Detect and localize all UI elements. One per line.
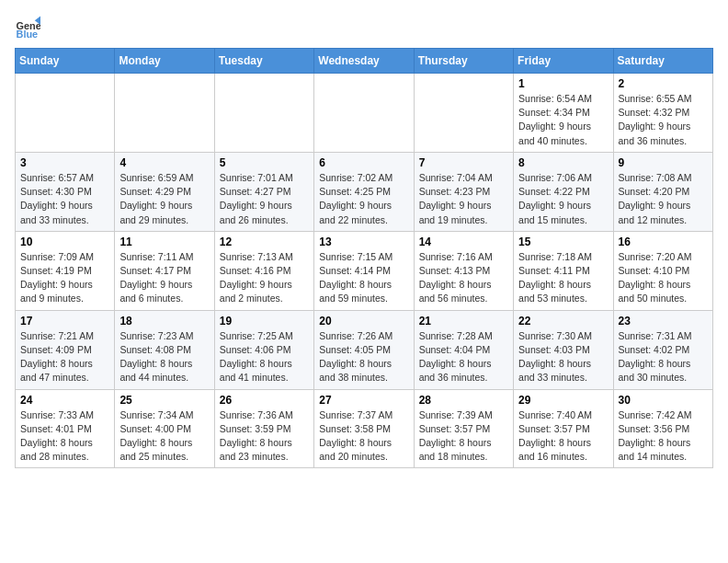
calendar-cell: 21Sunrise: 7:28 AM Sunset: 4:04 PM Dayli… bbox=[414, 310, 513, 389]
calendar-week-row: 24Sunrise: 7:33 AM Sunset: 4:01 PM Dayli… bbox=[16, 389, 713, 468]
day-info: Sunrise: 7:16 AM Sunset: 4:13 PM Dayligh… bbox=[419, 250, 508, 306]
calendar-cell: 10Sunrise: 7:09 AM Sunset: 4:19 PM Dayli… bbox=[16, 231, 115, 310]
day-info: Sunrise: 7:37 AM Sunset: 3:58 PM Dayligh… bbox=[319, 408, 408, 465]
day-info: Sunrise: 7:42 AM Sunset: 3:56 PM Dayligh… bbox=[619, 408, 708, 465]
calendar-cell: 25Sunrise: 7:34 AM Sunset: 4:00 PM Dayli… bbox=[115, 389, 214, 468]
calendar-header-row: SundayMondayTuesdayWednesdayThursdayFrid… bbox=[16, 49, 713, 74]
day-info: Sunrise: 7:15 AM Sunset: 4:14 PM Dayligh… bbox=[319, 250, 408, 306]
calendar-day-header: Wednesday bbox=[314, 49, 414, 74]
day-number: 15 bbox=[518, 236, 608, 248]
day-info: Sunrise: 7:02 AM Sunset: 4:25 PM Dayligh… bbox=[319, 171, 408, 227]
page-header: General Blue bbox=[15, 15, 713, 40]
logo: General Blue bbox=[15, 15, 44, 40]
calendar-day-header: Saturday bbox=[613, 49, 712, 74]
day-number: 28 bbox=[419, 394, 508, 407]
calendar-cell: 7Sunrise: 7:04 AM Sunset: 4:23 PM Daylig… bbox=[414, 152, 513, 231]
day-number: 20 bbox=[319, 315, 408, 327]
calendar-cell: 18Sunrise: 7:23 AM Sunset: 4:08 PM Dayli… bbox=[115, 310, 214, 389]
day-info: Sunrise: 7:20 AM Sunset: 4:10 PM Dayligh… bbox=[619, 250, 708, 306]
day-number: 10 bbox=[20, 236, 109, 248]
calendar-week-row: 10Sunrise: 7:09 AM Sunset: 4:19 PM Dayli… bbox=[16, 231, 713, 310]
day-info: Sunrise: 7:25 AM Sunset: 4:06 PM Dayligh… bbox=[220, 329, 309, 385]
day-info: Sunrise: 7:21 AM Sunset: 4:09 PM Dayligh… bbox=[20, 329, 109, 385]
day-number: 13 bbox=[319, 236, 408, 248]
calendar-cell: 11Sunrise: 7:11 AM Sunset: 4:17 PM Dayli… bbox=[115, 231, 214, 310]
day-info: Sunrise: 7:13 AM Sunset: 4:16 PM Dayligh… bbox=[220, 250, 309, 306]
day-info: Sunrise: 7:04 AM Sunset: 4:23 PM Dayligh… bbox=[419, 171, 508, 227]
day-info: Sunrise: 7:40 AM Sunset: 3:57 PM Dayligh… bbox=[518, 408, 608, 465]
day-number: 26 bbox=[220, 394, 309, 407]
calendar-cell: 14Sunrise: 7:16 AM Sunset: 4:13 PM Dayli… bbox=[414, 231, 513, 310]
day-number: 8 bbox=[518, 156, 608, 169]
calendar-cell bbox=[214, 74, 313, 153]
day-number: 5 bbox=[220, 156, 309, 169]
day-info: Sunrise: 7:01 AM Sunset: 4:27 PM Dayligh… bbox=[220, 171, 309, 227]
calendar-cell: 13Sunrise: 7:15 AM Sunset: 4:14 PM Dayli… bbox=[314, 231, 414, 310]
day-number: 6 bbox=[319, 156, 408, 169]
day-number: 22 bbox=[518, 315, 608, 327]
day-info: Sunrise: 6:57 AM Sunset: 4:30 PM Dayligh… bbox=[20, 171, 109, 227]
day-number: 17 bbox=[20, 315, 109, 327]
calendar-week-row: 17Sunrise: 7:21 AM Sunset: 4:09 PM Dayli… bbox=[16, 310, 713, 389]
day-number: 29 bbox=[518, 394, 608, 407]
calendar-cell bbox=[414, 74, 513, 153]
calendar-week-row: 1Sunrise: 6:54 AM Sunset: 4:34 PM Daylig… bbox=[16, 74, 713, 153]
day-info: Sunrise: 7:33 AM Sunset: 4:01 PM Dayligh… bbox=[20, 408, 109, 465]
calendar-day-header: Sunday bbox=[16, 49, 115, 74]
calendar-cell: 30Sunrise: 7:42 AM Sunset: 3:56 PM Dayli… bbox=[613, 389, 712, 468]
calendar-cell: 20Sunrise: 7:26 AM Sunset: 4:05 PM Dayli… bbox=[314, 310, 414, 389]
day-info: Sunrise: 7:39 AM Sunset: 3:57 PM Dayligh… bbox=[419, 408, 508, 465]
day-info: Sunrise: 7:06 AM Sunset: 4:22 PM Dayligh… bbox=[518, 171, 608, 227]
day-number: 1 bbox=[518, 77, 608, 90]
day-info: Sunrise: 7:18 AM Sunset: 4:11 PM Dayligh… bbox=[518, 250, 608, 306]
day-info: Sunrise: 7:36 AM Sunset: 3:59 PM Dayligh… bbox=[220, 408, 309, 465]
day-number: 19 bbox=[220, 315, 309, 327]
calendar-day-header: Tuesday bbox=[214, 49, 313, 74]
day-number: 7 bbox=[419, 156, 508, 169]
calendar-day-header: Monday bbox=[115, 49, 214, 74]
day-number: 21 bbox=[419, 315, 508, 327]
calendar-cell: 28Sunrise: 7:39 AM Sunset: 3:57 PM Dayli… bbox=[414, 389, 513, 468]
day-number: 23 bbox=[619, 315, 708, 327]
calendar-table: SundayMondayTuesdayWednesdayThursdayFrid… bbox=[15, 48, 713, 468]
day-number: 12 bbox=[220, 236, 309, 248]
calendar-day-header: Thursday bbox=[414, 49, 513, 74]
day-number: 3 bbox=[20, 156, 109, 169]
day-info: Sunrise: 7:23 AM Sunset: 4:08 PM Dayligh… bbox=[119, 329, 209, 385]
calendar-cell: 19Sunrise: 7:25 AM Sunset: 4:06 PM Dayli… bbox=[214, 310, 313, 389]
day-info: Sunrise: 7:26 AM Sunset: 4:05 PM Dayligh… bbox=[319, 329, 408, 385]
day-number: 11 bbox=[119, 236, 209, 248]
day-info: Sunrise: 7:34 AM Sunset: 4:00 PM Dayligh… bbox=[119, 408, 209, 465]
calendar-cell bbox=[115, 74, 214, 153]
day-number: 16 bbox=[619, 236, 708, 248]
calendar-cell: 16Sunrise: 7:20 AM Sunset: 4:10 PM Dayli… bbox=[613, 231, 712, 310]
day-info: Sunrise: 6:54 AM Sunset: 4:34 PM Dayligh… bbox=[518, 92, 608, 148]
calendar-cell bbox=[314, 74, 414, 153]
day-info: Sunrise: 6:59 AM Sunset: 4:29 PM Dayligh… bbox=[119, 171, 209, 227]
calendar-cell: 27Sunrise: 7:37 AM Sunset: 3:58 PM Dayli… bbox=[314, 389, 414, 468]
calendar-cell: 1Sunrise: 6:54 AM Sunset: 4:34 PM Daylig… bbox=[514, 74, 613, 153]
calendar-cell: 17Sunrise: 7:21 AM Sunset: 4:09 PM Dayli… bbox=[16, 310, 115, 389]
calendar-cell: 6Sunrise: 7:02 AM Sunset: 4:25 PM Daylig… bbox=[314, 152, 414, 231]
calendar-body: 1Sunrise: 6:54 AM Sunset: 4:34 PM Daylig… bbox=[16, 74, 713, 468]
calendar-cell bbox=[16, 74, 115, 153]
calendar-cell: 4Sunrise: 6:59 AM Sunset: 4:29 PM Daylig… bbox=[115, 152, 214, 231]
calendar-cell: 24Sunrise: 7:33 AM Sunset: 4:01 PM Dayli… bbox=[16, 389, 115, 468]
day-number: 30 bbox=[619, 394, 708, 407]
day-number: 24 bbox=[20, 394, 109, 407]
calendar-cell: 26Sunrise: 7:36 AM Sunset: 3:59 PM Dayli… bbox=[214, 389, 313, 468]
calendar-cell: 29Sunrise: 7:40 AM Sunset: 3:57 PM Dayli… bbox=[514, 389, 613, 468]
calendar-cell: 22Sunrise: 7:30 AM Sunset: 4:03 PM Dayli… bbox=[514, 310, 613, 389]
day-info: Sunrise: 7:09 AM Sunset: 4:19 PM Dayligh… bbox=[20, 250, 109, 306]
svg-text:Blue: Blue bbox=[17, 29, 39, 40]
day-info: Sunrise: 7:31 AM Sunset: 4:02 PM Dayligh… bbox=[619, 329, 708, 385]
calendar-cell: 23Sunrise: 7:31 AM Sunset: 4:02 PM Dayli… bbox=[613, 310, 712, 389]
day-number: 4 bbox=[119, 156, 209, 169]
calendar-cell: 2Sunrise: 6:55 AM Sunset: 4:32 PM Daylig… bbox=[613, 74, 712, 153]
day-info: Sunrise: 7:28 AM Sunset: 4:04 PM Dayligh… bbox=[419, 329, 508, 385]
calendar-week-row: 3Sunrise: 6:57 AM Sunset: 4:30 PM Daylig… bbox=[16, 152, 713, 231]
day-number: 25 bbox=[119, 394, 209, 407]
day-number: 27 bbox=[319, 394, 408, 407]
calendar-cell: 12Sunrise: 7:13 AM Sunset: 4:16 PM Dayli… bbox=[214, 231, 313, 310]
day-number: 18 bbox=[119, 315, 209, 327]
